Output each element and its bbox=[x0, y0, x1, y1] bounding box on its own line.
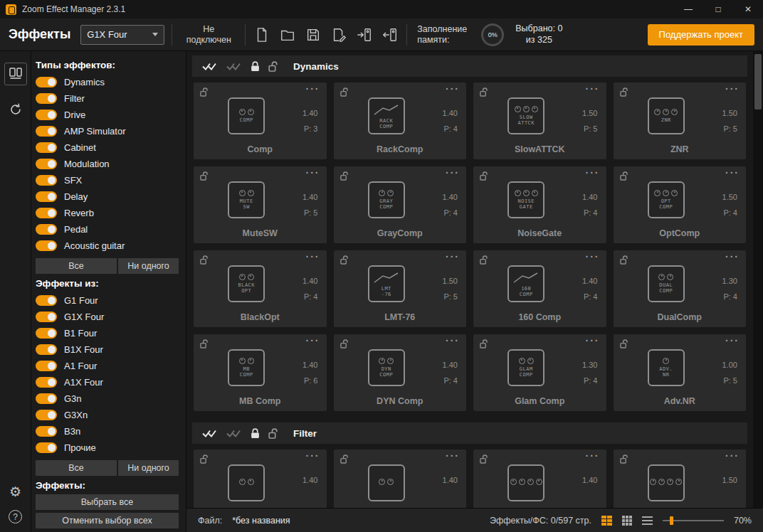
effect-card[interactable]: ··· OPT COMP 1.50 P: 4 OptComp bbox=[614, 166, 747, 243]
toggle-type-reverb[interactable]: Reverb bbox=[34, 205, 179, 221]
effect-card[interactable]: ··· ADV. NR 1.00 P: 5 Adv.NR bbox=[614, 334, 747, 411]
zoom-slider[interactable] bbox=[663, 516, 724, 526]
effect-menu-button[interactable]: ··· bbox=[725, 251, 740, 262]
toggle-switch[interactable] bbox=[36, 175, 57, 186]
effect-card[interactable]: ··· GLAM COMP 1.30 P: 4 Glam Comp bbox=[473, 334, 606, 411]
effect-menu-button[interactable]: ··· bbox=[586, 167, 600, 179]
toggle-device-a1-four[interactable]: A1 Four bbox=[34, 358, 179, 374]
support-project-button[interactable]: Поддержать проект bbox=[648, 24, 754, 46]
toggle-switch[interactable] bbox=[36, 126, 57, 137]
toggle-switch[interactable] bbox=[36, 328, 57, 339]
effects-view-button[interactable] bbox=[4, 63, 27, 85]
select-all-section-icon[interactable] bbox=[202, 61, 218, 72]
toggle-switch[interactable] bbox=[36, 312, 57, 322]
toggle-device-a1x-four[interactable]: A1X Four bbox=[34, 374, 179, 390]
view-large-grid-button[interactable] bbox=[601, 516, 612, 526]
new-file-button[interactable] bbox=[253, 26, 271, 44]
import-to-device-button[interactable] bbox=[355, 26, 374, 44]
effect-menu-button[interactable]: ··· bbox=[586, 335, 600, 346]
effect-card[interactable]: ··· SLOW ATTCK 1.50 P: 5 SlowATTCK bbox=[473, 83, 606, 159]
effect-card[interactable]: ··· DYN COMP 1.40 P: 4 DYN Comp bbox=[334, 334, 467, 411]
unlock-section-icon[interactable] bbox=[268, 61, 278, 72]
save-as-button[interactable] bbox=[330, 26, 348, 44]
effect-menu-button[interactable]: ··· bbox=[446, 167, 460, 179]
toggle-switch[interactable] bbox=[36, 361, 57, 371]
toggle-type-sfx[interactable]: SFX bbox=[34, 172, 179, 188]
toggle-device-b3n[interactable]: B3n bbox=[34, 423, 179, 440]
minimize-button[interactable]: — bbox=[673, 0, 703, 18]
effect-menu-button[interactable]: ··· bbox=[306, 83, 320, 95]
effect-card[interactable]: ··· MB COMP 1.40 P: 6 MB Comp bbox=[194, 334, 327, 411]
toggle-type-amp-simulator[interactable]: AMP Simulator bbox=[34, 123, 179, 139]
toggle-switch[interactable] bbox=[36, 93, 57, 104]
effect-menu-button[interactable]: ··· bbox=[725, 450, 740, 462]
effect-card[interactable]: ··· MUTE SW 1.40 P: 5 MuteSW bbox=[194, 166, 327, 243]
effect-menu-button[interactable]: ··· bbox=[306, 251, 320, 262]
toggle-device-g3n[interactable]: G3n bbox=[34, 390, 179, 407]
lock-section-icon[interactable] bbox=[251, 61, 260, 72]
effect-card[interactable]: ··· RACK COMP 1.40 P: 4 RackComp bbox=[334, 83, 467, 159]
toggle-switch[interactable] bbox=[36, 224, 57, 235]
effect-menu-button[interactable]: ··· bbox=[306, 450, 320, 462]
toggle-type-modulation[interactable]: Modulation bbox=[34, 156, 179, 172]
effect-card[interactable]: ··· 1.40 bbox=[334, 449, 467, 508]
help-icon[interactable]: ? bbox=[9, 510, 22, 523]
toggle-switch[interactable] bbox=[36, 410, 57, 420]
effect-card[interactable]: ··· COMP 1.40 P: 3 Comp bbox=[194, 83, 327, 159]
toggle-switch[interactable] bbox=[36, 159, 57, 169]
view-small-grid-button[interactable] bbox=[622, 516, 632, 526]
effect-menu-button[interactable]: ··· bbox=[725, 167, 740, 179]
effect-menu-button[interactable]: ··· bbox=[586, 251, 600, 262]
toggle-switch[interactable] bbox=[36, 191, 57, 202]
effect-card[interactable]: ··· LMT -76 1.50 P: 5 LMT-76 bbox=[334, 250, 467, 327]
toggle-switch[interactable] bbox=[36, 344, 57, 355]
vertical-scrollbar[interactable] bbox=[753, 51, 763, 508]
toggle-device-b1-four[interactable]: B1 Four bbox=[34, 325, 179, 341]
toggle-type-acoustic-guitar[interactable]: Acoustic guitar bbox=[34, 238, 179, 254]
toggle-switch[interactable] bbox=[36, 142, 57, 153]
toggle-switch[interactable] bbox=[36, 110, 57, 120]
effect-menu-button[interactable]: ··· bbox=[446, 450, 460, 462]
close-button[interactable]: ✕ bbox=[733, 0, 763, 18]
toggle-type-dynamics[interactable]: Dynamics bbox=[34, 74, 179, 90]
effect-card[interactable]: ··· ZNR 1.50 P: 5 ZNR bbox=[614, 83, 747, 159]
deselect-all-section-icon[interactable] bbox=[226, 61, 242, 72]
toggle-type-delay[interactable]: Delay bbox=[34, 188, 179, 205]
toggle-switch[interactable] bbox=[36, 295, 57, 306]
effect-menu-button[interactable]: ··· bbox=[725, 335, 740, 346]
toggle-switch[interactable] bbox=[36, 77, 57, 87]
toggle-type-filter[interactable]: Filter bbox=[34, 90, 179, 107]
effect-menu-button[interactable]: ··· bbox=[586, 450, 600, 462]
effect-card[interactable]: ··· 1.50 bbox=[614, 449, 747, 508]
effect-card[interactable]: ··· BLACK OPT 1.40 P: 4 BlackOpt bbox=[194, 250, 327, 327]
effect-card[interactable]: ··· GRAY COMP 1.40 P: 4 GrayComp bbox=[334, 166, 467, 243]
deselect-all-section-icon[interactable] bbox=[226, 428, 242, 439]
view-list-button[interactable] bbox=[642, 516, 653, 526]
devices-none-button[interactable]: Ни одного bbox=[118, 460, 179, 476]
open-file-button[interactable] bbox=[278, 26, 297, 44]
effect-card[interactable]: ··· DUAL COMP 1.30 P: 4 DualComp bbox=[614, 250, 747, 327]
zoom-slider-handle[interactable] bbox=[670, 516, 673, 525]
toggle-switch[interactable] bbox=[36, 442, 57, 453]
devices-all-button[interactable]: Все bbox=[36, 460, 117, 476]
select-all-section-icon[interactable] bbox=[202, 428, 218, 439]
effect-menu-button[interactable]: ··· bbox=[725, 83, 740, 95]
toggle-switch[interactable] bbox=[36, 208, 57, 218]
effect-menu-button[interactable]: ··· bbox=[446, 251, 460, 262]
toggle-switch[interactable] bbox=[36, 393, 57, 404]
maximize-button[interactable]: □ bbox=[703, 0, 733, 18]
effect-menu-button[interactable]: ··· bbox=[306, 167, 320, 179]
toggle-device-g3xn[interactable]: G3Xn bbox=[34, 407, 179, 423]
toggle-device-b1x-four[interactable]: B1X Four bbox=[34, 341, 179, 358]
types-all-button[interactable]: Все bbox=[36, 258, 117, 274]
toggle-type-drive[interactable]: Drive bbox=[34, 107, 179, 123]
effect-card[interactable]: ··· 1.40 bbox=[473, 449, 606, 508]
effect-menu-button[interactable]: ··· bbox=[446, 83, 460, 95]
toggle-type-pedal[interactable]: Pedal bbox=[34, 221, 179, 238]
select-all-effects-button[interactable]: Выбрать все bbox=[36, 494, 179, 510]
deselect-all-effects-button[interactable]: Отменить выбор всех bbox=[36, 513, 179, 528]
effect-menu-button[interactable]: ··· bbox=[306, 335, 320, 346]
toggle-type-cabinet[interactable]: Cabinet bbox=[34, 139, 179, 156]
toggle-switch[interactable] bbox=[36, 377, 57, 388]
export-from-device-button[interactable] bbox=[381, 26, 399, 44]
